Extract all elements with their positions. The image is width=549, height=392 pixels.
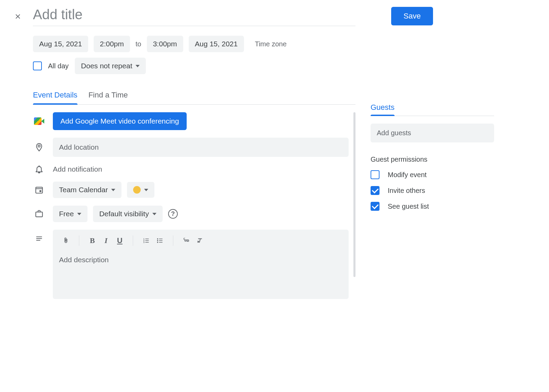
- visibility-help-icon[interactable]: ?: [168, 209, 178, 219]
- tab-event-details[interactable]: Event Details: [33, 91, 78, 104]
- visibility-label: Default visibility: [99, 210, 149, 218]
- chevron-down-icon: [111, 189, 115, 191]
- clear-format-icon: [196, 237, 204, 244]
- perm-see-guest-list-checkbox[interactable]: [371, 202, 379, 211]
- svg-rect-2: [36, 212, 43, 217]
- svg-point-8: [157, 242, 158, 243]
- availability-label: Free: [59, 210, 74, 218]
- guest-permissions-title: Guest permissions: [371, 155, 494, 163]
- bell-icon: [33, 164, 45, 174]
- calendar-dropdown[interactable]: Team Calendar: [53, 182, 121, 198]
- italic-button[interactable]: I: [99, 234, 113, 247]
- svg-text:3: 3: [143, 241, 145, 243]
- bold-button[interactable]: B: [85, 234, 99, 247]
- svg-rect-1: [39, 190, 41, 192]
- numbered-list-button[interactable]: 123: [139, 234, 153, 247]
- calendar-name-label: Team Calendar: [59, 186, 108, 194]
- visibility-dropdown[interactable]: Default visibility: [93, 206, 163, 222]
- paperclip-icon: [62, 237, 69, 245]
- briefcase-icon: [33, 209, 45, 218]
- description-input[interactable]: Add description: [53, 252, 349, 268]
- start-date-chip[interactable]: Aug 15, 2021: [33, 36, 88, 52]
- calendar-icon: [33, 185, 45, 194]
- google-meet-icon: [34, 117, 44, 125]
- link-button[interactable]: [179, 234, 193, 247]
- chevron-down-icon: [136, 65, 140, 67]
- scrollbar[interactable]: [353, 112, 355, 277]
- perm-invite-others-label: Invite others: [388, 187, 425, 195]
- close-button[interactable]: [11, 10, 25, 23]
- toolbar-separator: [79, 235, 79, 246]
- perm-invite-others-checkbox[interactable]: [371, 186, 379, 195]
- chevron-down-icon: [77, 213, 81, 215]
- color-dot-icon: [133, 186, 141, 194]
- add-guests-input[interactable]: [371, 124, 494, 142]
- location-icon: [33, 142, 45, 153]
- bullet-list-icon: [156, 237, 164, 244]
- location-input[interactable]: [53, 138, 349, 157]
- start-time-chip[interactable]: 2:00pm: [94, 36, 130, 52]
- perm-see-guest-list-label: See guest list: [388, 203, 429, 210]
- add-notification-button[interactable]: Add notification: [53, 165, 102, 173]
- clear-format-button[interactable]: [193, 234, 207, 247]
- all-day-checkbox[interactable]: [33, 61, 42, 70]
- save-button[interactable]: Save: [391, 7, 433, 25]
- underline-button[interactable]: U: [113, 234, 127, 247]
- availability-dropdown[interactable]: Free: [53, 206, 87, 222]
- svg-rect-0: [36, 187, 43, 193]
- tab-guests[interactable]: Guests: [371, 103, 395, 116]
- to-label: to: [136, 40, 141, 48]
- all-day-label: All day: [48, 62, 69, 70]
- chevron-down-icon: [152, 213, 156, 215]
- attach-button[interactable]: [59, 234, 73, 247]
- close-icon: [14, 13, 22, 20]
- toolbar-separator: [133, 235, 133, 246]
- link-icon: [182, 238, 190, 243]
- end-date-chip[interactable]: Aug 15, 2021: [189, 36, 244, 52]
- chevron-down-icon: [144, 189, 148, 191]
- toolbar-separator: [173, 235, 173, 246]
- svg-point-6: [157, 238, 158, 239]
- perm-modify-event-label: Modify event: [388, 171, 427, 179]
- description-icon: [33, 235, 45, 242]
- add-meet-button[interactable]: Add Google Meet video conferencing: [53, 112, 187, 130]
- end-time-chip[interactable]: 3:00pm: [147, 36, 183, 52]
- repeat-label: Does not repeat: [81, 62, 132, 70]
- repeat-dropdown[interactable]: Does not repeat: [75, 58, 146, 74]
- event-title-input[interactable]: [33, 7, 355, 26]
- perm-modify-event-checkbox[interactable]: [371, 170, 379, 179]
- bullet-list-button[interactable]: [153, 234, 167, 247]
- svg-point-7: [157, 240, 158, 241]
- color-dropdown[interactable]: [127, 182, 154, 198]
- tab-find-a-time[interactable]: Find a Time: [89, 91, 128, 104]
- numbered-list-icon: 123: [142, 237, 150, 244]
- timezone-button[interactable]: Time zone: [255, 40, 287, 48]
